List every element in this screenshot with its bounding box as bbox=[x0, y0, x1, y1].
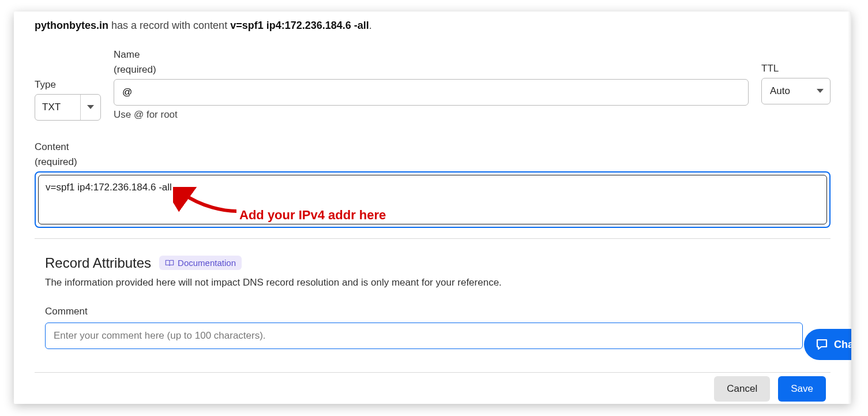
save-button[interactable]: Save bbox=[778, 376, 826, 402]
comment-input-wrap bbox=[45, 323, 803, 349]
footer-buttons: Cancel Save bbox=[714, 376, 826, 402]
comment-input[interactable] bbox=[46, 323, 802, 348]
chevron-down-icon bbox=[87, 105, 94, 109]
name-input-wrap bbox=[114, 79, 749, 106]
comment-label: Comment bbox=[45, 305, 831, 318]
name-input[interactable] bbox=[114, 80, 748, 105]
content-field: Content (required) v=spf1 ip4:172.236.18… bbox=[35, 140, 831, 228]
documentation-link[interactable]: Documentation bbox=[159, 256, 242, 270]
type-caret[interactable] bbox=[81, 95, 100, 120]
ttl-caret[interactable] bbox=[810, 78, 830, 104]
cancel-button[interactable]: Cancel bbox=[714, 376, 770, 402]
record-summary: pythonbytes.in has a record with content… bbox=[35, 20, 831, 32]
documentation-label: Documentation bbox=[178, 258, 236, 268]
ttl-select[interactable]: Auto bbox=[761, 78, 831, 104]
section-divider bbox=[35, 238, 831, 239]
ttl-value: Auto bbox=[762, 85, 810, 97]
attributes-header: Record Attributes Documentation bbox=[45, 255, 831, 271]
name-required: (required) bbox=[114, 64, 749, 76]
summary-mid: has a record with content bbox=[108, 20, 230, 31]
content-label: Content bbox=[35, 140, 831, 154]
type-field: Type TXT bbox=[35, 78, 101, 121]
domain-name: pythonbytes.in bbox=[35, 20, 108, 31]
summary-trailing: . bbox=[369, 20, 372, 31]
type-label: Type bbox=[35, 78, 101, 92]
dns-record-edit-panel: pythonbytes.in has a record with content… bbox=[14, 12, 851, 404]
comment-field: Comment bbox=[45, 305, 831, 350]
content-textarea[interactable]: v=spf1 ip4:172.236.184.6 -all bbox=[38, 175, 827, 224]
footer-divider bbox=[35, 372, 831, 373]
panel-inner: pythonbytes.in has a record with content… bbox=[35, 20, 831, 373]
name-field: Name (required) Use @ for root bbox=[114, 48, 749, 121]
record-attributes-section: Record Attributes Documentation The info… bbox=[35, 255, 831, 350]
ttl-field: TTL Auto bbox=[761, 62, 831, 104]
type-select[interactable]: TXT bbox=[35, 94, 101, 121]
book-icon bbox=[165, 259, 174, 267]
type-value: TXT bbox=[35, 102, 80, 113]
attributes-description: The information provided here will not i… bbox=[45, 277, 831, 288]
record-fields-row: Type TXT Name (required) Use @ for root bbox=[35, 48, 831, 121]
summary-value: v=spf1 ip4:172.236.184.6 -all bbox=[230, 20, 369, 31]
right-edge-shadow bbox=[848, 12, 851, 404]
name-hint: Use @ for root bbox=[114, 109, 749, 121]
name-label: Name bbox=[114, 48, 749, 62]
ttl-label: TTL bbox=[761, 62, 831, 76]
content-required: (required) bbox=[35, 156, 831, 168]
attributes-title: Record Attributes bbox=[45, 255, 151, 271]
content-focus-ring: v=spf1 ip4:172.236.184.6 -all bbox=[35, 171, 831, 228]
chevron-down-icon bbox=[817, 89, 824, 93]
chat-icon bbox=[814, 338, 829, 351]
chat-widget[interactable]: Chat bbox=[804, 329, 851, 360]
